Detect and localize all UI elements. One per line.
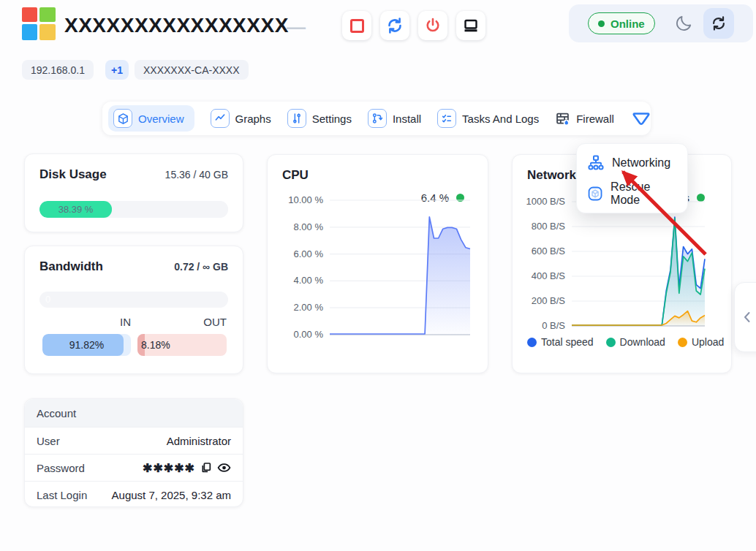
tab-label: Install xyxy=(393,113,421,125)
tab-label: Settings xyxy=(312,113,352,125)
disk-progress-fill: 38.39 % xyxy=(39,201,112,218)
refresh-icon xyxy=(711,15,727,31)
more-tabs-toggle[interactable] xyxy=(630,110,652,127)
network-legend: Total speed Download Upload xyxy=(527,336,724,348)
legend-dot-icon xyxy=(606,338,616,347)
card-title: Bandwidth xyxy=(39,259,103,274)
collapse-side-panel[interactable] xyxy=(734,282,756,352)
restart-button[interactable] xyxy=(380,11,409,40)
header-status-panel: Online xyxy=(569,4,753,42)
chart-line-icon xyxy=(211,109,230,128)
copy-icon xyxy=(200,462,212,474)
checklist-icon xyxy=(437,109,456,128)
ip-chip: 192.168.0.1 xyxy=(22,60,94,80)
bandwidth-value: 0.72 / ∞ GB xyxy=(174,261,228,273)
app-logo xyxy=(22,7,56,40)
more-ips-chip[interactable]: +1 xyxy=(105,60,129,80)
stop-icon xyxy=(350,19,364,33)
caret-down-icon xyxy=(630,110,652,127)
tab-settings[interactable]: Settings xyxy=(287,109,352,128)
in-label: IN xyxy=(42,316,131,328)
logo-square-green xyxy=(39,7,56,22)
menu-item-label: Networking xyxy=(612,156,670,170)
show-password-button[interactable] xyxy=(217,462,231,474)
menu-item-label: Rescue Mode xyxy=(611,180,677,207)
tab-label: Overview xyxy=(138,113,184,125)
network-live-dot-icon xyxy=(697,194,705,202)
cpu-card: CPU 6.4 % 10.00 %8.00 %6.00 %4.00 %2.00 … xyxy=(267,154,488,373)
bandwidth-in-bar: 91.82% xyxy=(42,334,131,356)
tab-label: Firewall xyxy=(576,113,614,125)
title-dash: — xyxy=(287,16,306,39)
rescue-cube-icon xyxy=(587,185,603,202)
logo-square-blue xyxy=(22,24,37,40)
tab-graphs[interactable]: Graphs xyxy=(211,109,271,128)
eye-icon xyxy=(217,462,231,474)
password-masked-value: ✱✱✱✱✱ xyxy=(143,461,195,475)
account-row-last-login: Last Login August 7, 2025, 9:32 am xyxy=(25,481,243,507)
legend-total-speed: Total speed xyxy=(527,336,594,348)
console-button[interactable] xyxy=(456,11,485,40)
legend-download: Download xyxy=(606,336,665,348)
tab-firewall[interactable]: Firewall xyxy=(555,111,614,126)
dark-mode-toggle[interactable] xyxy=(673,12,695,34)
disk-percent-label: 38.39 % xyxy=(58,204,94,215)
hostname-chip: XXXXXXX-CA-XXXX xyxy=(135,60,249,80)
tab-bar: Overview Graphs Settings Install xyxy=(102,102,651,135)
tab-tasks-and-logs[interactable]: Tasks And Logs xyxy=(437,109,539,128)
account-row-password: Password ✱✱✱✱✱ xyxy=(25,454,243,481)
legend-dot-icon xyxy=(527,338,537,347)
copy-password-button[interactable] xyxy=(200,462,212,474)
git-branch-icon xyxy=(368,109,387,128)
out-label: OUT xyxy=(137,316,227,328)
sliders-icon xyxy=(287,109,306,128)
moon-icon xyxy=(674,14,693,33)
power-icon xyxy=(424,17,442,34)
stop-button[interactable] xyxy=(342,11,371,40)
out-percent-label: 8.18% xyxy=(141,334,170,356)
account-row-user: User Administrator xyxy=(25,427,243,454)
refresh-page-button[interactable] xyxy=(703,8,734,39)
bandwidth-progress-bar: 0 xyxy=(39,292,228,308)
menu-item-rescue-mode[interactable]: Rescue Mode xyxy=(577,178,687,209)
cpu-chart: 10.00 %8.00 %6.00 %4.00 %2.00 %0.00 % xyxy=(276,200,470,338)
card-title: CPU xyxy=(282,168,309,183)
power-button[interactable] xyxy=(418,11,447,40)
status-dot-icon xyxy=(598,20,605,27)
bandwidth-card: Bandwidth 0.72 / ∞ GB 0 IN OUT 91.82% 8.… xyxy=(24,246,243,374)
bandwidth-zero-label: 0 xyxy=(45,294,50,305)
disk-usage-card: Disk Usage 15.36 / 40 GB 38.39 % xyxy=(24,153,243,232)
card-title: Disk Usage xyxy=(39,167,107,182)
bandwidth-out-bar: 8.18% xyxy=(137,334,227,356)
tab-overview[interactable]: Overview xyxy=(108,105,194,132)
logo-square-red xyxy=(22,7,37,22)
status-label: Online xyxy=(611,18,645,30)
sitemap-icon xyxy=(587,154,605,172)
more-tabs-menu: Networking Rescue Mode xyxy=(576,143,688,213)
account-card: Account User Administrator Password ✱✱✱✱… xyxy=(24,398,243,507)
tab-label: Tasks And Logs xyxy=(462,113,539,125)
account-card-title: Account xyxy=(25,399,243,427)
legend-dot-icon xyxy=(678,338,687,347)
tab-label: Graphs xyxy=(235,113,271,125)
cube-icon xyxy=(113,109,132,128)
firewall-icon xyxy=(555,111,570,126)
legend-upload: Upload xyxy=(678,336,724,348)
server-title: XXXXXXXXXXXXXXXX xyxy=(64,10,289,41)
console-icon xyxy=(462,17,480,34)
tab-install[interactable]: Install xyxy=(368,109,421,128)
restart-icon xyxy=(386,17,404,34)
disk-usage-value: 15.36 / 40 GB xyxy=(165,169,228,180)
network-chart: 1000 B/S800 B/S600 B/S400 B/S200 B/S0 B/… xyxy=(518,202,705,329)
disk-progress-bar: 38.39 % xyxy=(39,201,228,218)
status-badge: Online xyxy=(588,12,655,34)
in-percent-label: 91.82% xyxy=(42,334,131,356)
chevron-left-icon xyxy=(741,311,753,324)
menu-item-networking[interactable]: Networking xyxy=(577,148,687,178)
logo-square-yellow xyxy=(39,24,56,40)
